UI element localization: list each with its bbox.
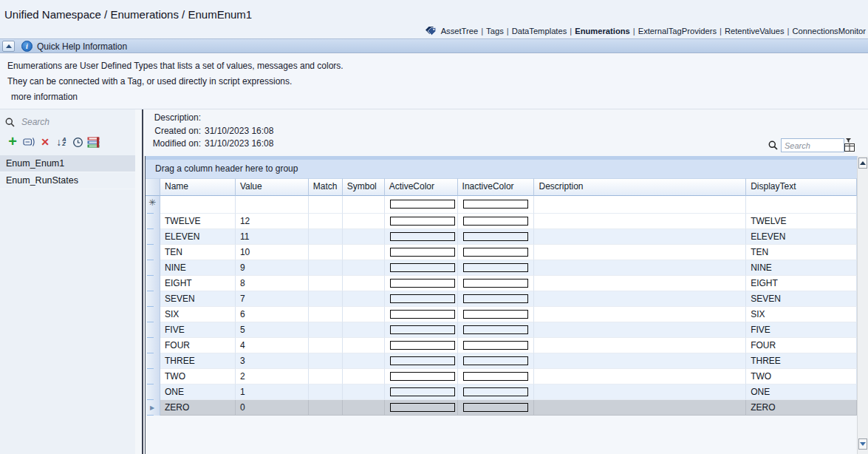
cell-displaytext[interactable] bbox=[746, 196, 857, 214]
panel-splitter[interactable] bbox=[142, 109, 143, 454]
cell-name[interactable]: TWELVE bbox=[160, 214, 236, 229]
list-item-enum_runstates[interactable]: Enum_RunStates bbox=[0, 172, 135, 189]
cell-inactivecolor[interactable] bbox=[458, 260, 535, 276]
history-button[interactable] bbox=[69, 135, 86, 149]
cell-inactivecolor[interactable] bbox=[458, 322, 535, 338]
cell-symbol[interactable] bbox=[343, 245, 385, 260]
cell-value[interactable]: 5 bbox=[236, 322, 309, 338]
cell-activecolor[interactable] bbox=[385, 322, 458, 338]
cell-description[interactable] bbox=[534, 338, 746, 353]
cell-displaytext[interactable]: FOUR bbox=[746, 338, 857, 353]
active-color-swatch[interactable] bbox=[390, 387, 455, 396]
column-header-description[interactable]: Description bbox=[534, 178, 746, 196]
cell-displaytext[interactable]: THREE bbox=[746, 353, 857, 369]
grid-row-nine[interactable]: NINE9NINE bbox=[146, 260, 857, 276]
cell-match[interactable] bbox=[309, 291, 343, 307]
cell-symbol[interactable] bbox=[343, 214, 385, 229]
more-information-link[interactable]: more information bbox=[11, 92, 78, 102]
grid-row-eight[interactable]: EIGHT8EIGHT bbox=[146, 276, 857, 291]
nav-item-externaltagproviders[interactable]: ExternalTagProviders bbox=[638, 27, 717, 35]
row-indicator[interactable] bbox=[146, 260, 160, 276]
grid-row-six[interactable]: SIX6SIX bbox=[146, 307, 857, 322]
add-button[interactable]: + bbox=[4, 135, 21, 149]
color-library-button[interactable] bbox=[86, 135, 102, 149]
cell-displaytext[interactable]: NINE bbox=[746, 260, 857, 276]
inactive-color-swatch[interactable] bbox=[463, 403, 528, 412]
cell-name[interactable]: SIX bbox=[160, 307, 236, 322]
cell-description[interactable] bbox=[534, 229, 746, 245]
cell-value[interactable]: 3 bbox=[236, 353, 309, 369]
cell-match[interactable] bbox=[309, 353, 343, 369]
column-header-displaytext[interactable]: DisplayText bbox=[746, 178, 857, 196]
delete-button[interactable]: ✕ bbox=[37, 135, 53, 149]
new-row[interactable]: ✳ bbox=[146, 196, 857, 214]
grid-row-ten[interactable]: TEN10TEN bbox=[146, 245, 857, 260]
inactive-color-swatch[interactable] bbox=[463, 232, 528, 241]
active-color-swatch[interactable] bbox=[390, 325, 455, 334]
cell-inactivecolor[interactable] bbox=[458, 307, 535, 322]
inactive-color-swatch[interactable] bbox=[463, 279, 528, 288]
cell-match[interactable] bbox=[309, 276, 343, 291]
cell-description[interactable] bbox=[534, 400, 746, 416]
cell-activecolor[interactable] bbox=[385, 307, 458, 322]
cell-name[interactable]: FIVE bbox=[160, 322, 236, 338]
inactive-color-swatch[interactable] bbox=[463, 356, 528, 365]
grid-row-seven[interactable]: SEVEN7SEVEN bbox=[146, 291, 857, 307]
cell-description[interactable] bbox=[534, 276, 746, 291]
cell-value[interactable]: 4 bbox=[236, 338, 309, 353]
cell-description[interactable] bbox=[534, 291, 746, 307]
cell-value[interactable]: 0 bbox=[236, 400, 309, 416]
active-color-swatch[interactable] bbox=[390, 294, 455, 303]
cell-description[interactable] bbox=[534, 353, 746, 369]
cell-match[interactable] bbox=[309, 369, 343, 384]
row-indicator[interactable] bbox=[146, 307, 160, 322]
cell-activecolor[interactable] bbox=[385, 400, 458, 416]
cell-name[interactable]: ZERO bbox=[160, 400, 236, 416]
cell-inactivecolor[interactable] bbox=[458, 384, 535, 400]
cell-value[interactable]: 9 bbox=[236, 260, 309, 276]
inactive-color-swatch[interactable] bbox=[463, 200, 528, 209]
cell-displaytext[interactable]: ELEVEN bbox=[746, 229, 857, 245]
nav-item-datatemplates[interactable]: DataTemplates bbox=[512, 27, 567, 35]
cell-inactivecolor[interactable] bbox=[458, 245, 535, 260]
active-color-swatch[interactable] bbox=[390, 200, 455, 209]
nav-item-assettree[interactable]: AssetTree bbox=[441, 27, 479, 35]
cell-inactivecolor[interactable] bbox=[458, 276, 535, 291]
vertical-scrollbar[interactable] bbox=[857, 156, 868, 454]
row-indicator[interactable]: ▶ bbox=[146, 400, 160, 416]
inactive-color-swatch[interactable] bbox=[463, 387, 528, 396]
active-color-swatch[interactable] bbox=[390, 263, 455, 272]
column-chooser-button[interactable] bbox=[842, 137, 856, 152]
active-color-swatch[interactable] bbox=[390, 372, 455, 381]
active-color-swatch[interactable] bbox=[390, 356, 455, 365]
cell-displaytext[interactable]: EIGHT bbox=[746, 276, 857, 291]
row-indicator[interactable] bbox=[146, 369, 160, 384]
cell-inactivecolor[interactable] bbox=[458, 353, 535, 369]
cell-match[interactable] bbox=[309, 245, 343, 260]
cell-displaytext[interactable]: FIVE bbox=[746, 322, 857, 338]
cell-inactivecolor[interactable] bbox=[458, 229, 535, 245]
column-header-match[interactable]: Match bbox=[309, 178, 343, 196]
cell-description[interactable] bbox=[534, 369, 746, 384]
collapse-help-button[interactable] bbox=[2, 41, 15, 52]
cell-description[interactable] bbox=[534, 214, 746, 229]
inactive-color-swatch[interactable] bbox=[463, 248, 528, 257]
cell-value[interactable]: 11 bbox=[236, 229, 309, 245]
cell-activecolor[interactable] bbox=[385, 229, 458, 245]
cell-name[interactable]: SEVEN bbox=[160, 291, 236, 307]
grid-search-input[interactable] bbox=[781, 138, 844, 152]
cell-name[interactable]: NINE bbox=[160, 260, 236, 276]
cell-displaytext[interactable]: SIX bbox=[746, 307, 857, 322]
cell-activecolor[interactable] bbox=[385, 338, 458, 353]
cell-activecolor[interactable] bbox=[385, 196, 458, 214]
cell-activecolor[interactable] bbox=[385, 291, 458, 307]
sidebar-search-input[interactable] bbox=[20, 116, 119, 128]
cell-symbol[interactable] bbox=[343, 384, 385, 400]
cell-match[interactable] bbox=[309, 229, 343, 245]
cell-name[interactable]: FOUR bbox=[160, 338, 236, 353]
cell-symbol[interactable] bbox=[343, 276, 385, 291]
cell-displaytext[interactable]: ZERO bbox=[746, 400, 857, 416]
cell-activecolor[interactable] bbox=[385, 276, 458, 291]
cell-match[interactable] bbox=[309, 338, 343, 353]
column-header-inactivecolor[interactable]: InactiveColor bbox=[458, 178, 535, 196]
